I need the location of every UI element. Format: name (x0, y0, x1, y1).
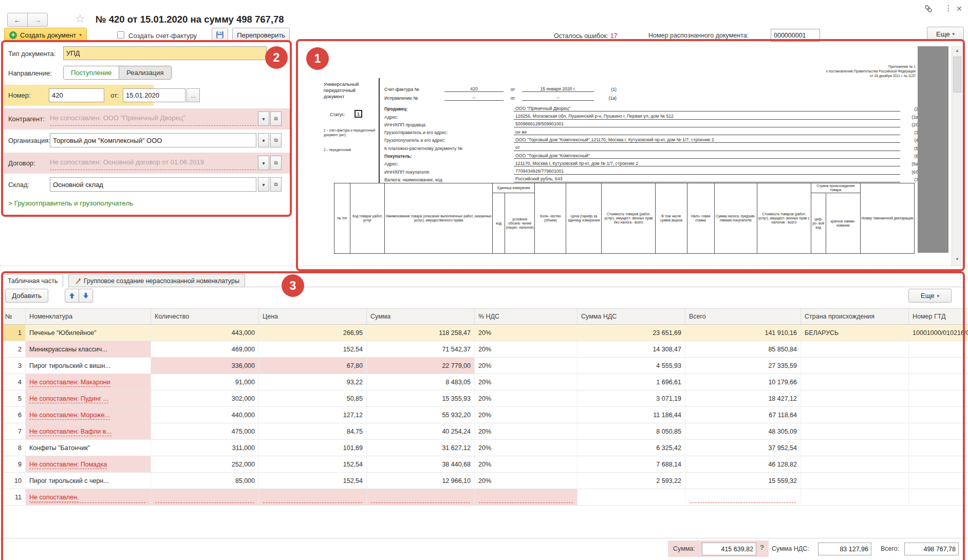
warehouse-input[interactable] (50, 177, 256, 192)
contract-dropdown-icon[interactable]: ▾ (258, 156, 269, 170)
table-cell[interactable]: 7 (2, 423, 26, 440)
table-cell[interactable]: БЕЛАРУСЬ (801, 325, 909, 341)
table-cell[interactable] (801, 374, 909, 390)
table-row[interactable]: 11Не сопоставлен. (2, 489, 968, 506)
table-cell[interactable] (801, 407, 909, 423)
date-input[interactable] (123, 88, 185, 102)
table-row[interactable]: 1Печенье "Юбилейное"443,000266,95118 258… (2, 325, 968, 341)
table-cell[interactable]: 38 440,68 (367, 456, 475, 473)
table-cell[interactable]: 2 593,22 (578, 473, 685, 489)
table-cell[interactable]: Не сопоставлен: Пудинг ... (26, 390, 151, 407)
column-header[interactable]: Сумма НДС (578, 309, 685, 325)
table-cell[interactable]: 85 850,84 (685, 341, 801, 358)
direction-incoming-button[interactable]: Поступление (64, 66, 119, 79)
table-cell[interactable]: 8 (2, 440, 26, 456)
table-cell[interactable]: 302,000 (151, 390, 259, 407)
create-invoice-checkbox[interactable] (117, 31, 124, 39)
table-cell[interactable] (909, 423, 968, 440)
table-cell[interactable]: 93,22 (259, 374, 367, 390)
table-cell[interactable] (909, 390, 968, 407)
table-cell[interactable]: 475,000 (151, 423, 259, 440)
column-header[interactable]: № (2, 309, 26, 325)
table-cell[interactable]: 40 254,24 (367, 423, 475, 440)
more-button-top[interactable]: Еще ▾ (927, 27, 964, 41)
recognized-number-input[interactable] (771, 29, 820, 42)
table-cell[interactable]: 9 (2, 456, 26, 473)
table-cell[interactable]: Печенье "Юбилейное" (26, 325, 151, 341)
more-button-table[interactable]: Еще ▾ (908, 289, 952, 303)
table-cell[interactable] (801, 473, 909, 489)
close-icon[interactable]: ✕ (956, 5, 962, 12)
table-cell[interactable]: 10001000/010216/0005461 (909, 325, 968, 341)
table-row[interactable]: 10Пирог тирольский с черн...85,000152,54… (2, 473, 968, 489)
table-cell[interactable] (909, 374, 968, 390)
date-picker-button[interactable]: ... (187, 88, 200, 102)
favorite-star-icon[interactable]: ☆ (75, 12, 85, 26)
table-cell[interactable]: 20% (475, 374, 578, 390)
contract-open-icon[interactable]: ⧉ (270, 156, 282, 170)
table-cell[interactable]: 20% (475, 358, 578, 374)
recheck-button[interactable]: Перепроверить (232, 28, 290, 42)
table-cell[interactable]: 443,000 (151, 325, 259, 341)
doc-type-input[interactable] (63, 46, 267, 60)
table-cell[interactable]: 50,85 (259, 390, 367, 407)
column-header[interactable]: Номер ГТД (909, 309, 968, 325)
shipper-consignee-link[interactable]: > Грузоотправитель и грузополучатель (8, 199, 133, 207)
table-cell[interactable]: 311,000 (151, 440, 259, 456)
table-cell[interactable] (259, 489, 367, 506)
table-cell[interactable]: 91,000 (151, 374, 259, 390)
column-header[interactable]: Количество (151, 309, 259, 325)
table-cell[interactable]: Не сопоставлен. (26, 489, 151, 506)
add-row-button[interactable]: Добавить (5, 289, 48, 303)
table-row[interactable]: 3Пирог тирольский с вишн...336,00067,802… (2, 358, 968, 374)
organization-input[interactable] (50, 133, 256, 147)
table-cell[interactable]: 20% (475, 473, 578, 489)
table-cell[interactable] (801, 358, 909, 374)
scroll-down-icon[interactable]: ▼ (952, 255, 963, 264)
table-cell[interactable]: 15 355,93 (367, 390, 475, 407)
table-cell[interactable]: 10 (2, 473, 26, 489)
table-cell[interactable]: 252,000 (151, 456, 259, 473)
column-header[interactable]: Цена (259, 309, 367, 325)
table-cell[interactable] (367, 489, 475, 506)
table-cell[interactable]: 440,000 (151, 407, 259, 423)
vat-sum-input[interactable] (818, 543, 871, 555)
table-cell[interactable]: 48 305,09 (685, 423, 801, 440)
table-cell[interactable]: 101,69 (259, 440, 367, 456)
table-cell[interactable]: 152,54 (259, 473, 367, 489)
table-cell[interactable]: 67 118,64 (685, 407, 801, 423)
table-cell[interactable]: 8 483,05 (367, 374, 475, 390)
table-cell[interactable]: Пирог тирольский с черн... (26, 473, 151, 489)
table-cell[interactable]: 2 (2, 341, 26, 358)
table-cell[interactable]: 18 427,12 (685, 390, 801, 407)
table-cell[interactable]: 22 779,00 (367, 358, 475, 374)
table-cell[interactable]: 336,000 (151, 358, 259, 374)
tab-group-creation[interactable]: Групповое создание нераспознанной номенк… (68, 274, 245, 287)
table-cell[interactable]: 5 (2, 390, 26, 407)
table-cell[interactable]: 4 555,93 (578, 358, 685, 374)
table-cell[interactable]: 1 (2, 325, 26, 341)
column-header[interactable]: % НДС (475, 309, 578, 325)
table-row[interactable]: 4Не сопоставлен: Макарони91,00093,228 48… (2, 374, 968, 390)
table-cell[interactable]: 11 (2, 489, 26, 506)
table-cell[interactable]: Не сопоставлен: Мороже... (26, 407, 151, 423)
table-cell[interactable]: 152,54 (259, 341, 367, 358)
table-cell[interactable] (909, 341, 968, 358)
back-button[interactable]: ← (7, 13, 28, 27)
table-cell[interactable]: 127,12 (259, 407, 367, 423)
counterparty-value[interactable]: Не сопоставлен: ООО "Пряничный Дворец" (50, 111, 256, 126)
link-icon[interactable] (924, 4, 933, 13)
table-cell[interactable]: 20% (475, 390, 578, 407)
direction-outgoing-button[interactable]: Реализация (119, 66, 171, 79)
forward-button[interactable]: → (27, 13, 48, 27)
table-cell[interactable]: 8 050,85 (578, 423, 685, 440)
table-cell[interactable]: 118 258,47 (367, 325, 475, 341)
move-down-button[interactable] (79, 289, 93, 303)
table-cell[interactable]: 7 688,14 (578, 456, 685, 473)
table-cell[interactable] (151, 489, 259, 506)
table-cell[interactable] (909, 407, 968, 423)
warehouse-open-icon[interactable]: ⧉ (270, 177, 282, 192)
counterparty-dropdown-icon[interactable]: ▾ (258, 111, 269, 126)
column-header[interactable]: Страна происхождения (801, 309, 909, 325)
table-cell[interactable]: 6 325,42 (578, 440, 685, 456)
